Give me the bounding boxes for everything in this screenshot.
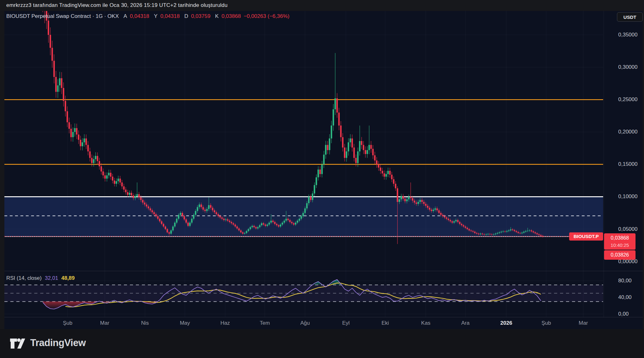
mark-price-badge: 0,03826 — [604, 250, 636, 260]
rsi-tick-label: 0,00 — [618, 311, 629, 317]
symbol-badge-text: BIOUSDT.P — [574, 234, 599, 239]
open-value: 0,04318 — [130, 13, 149, 19]
time-tick-label: Mar — [91, 319, 119, 327]
rsi-value: 32,01 — [45, 275, 58, 281]
close-value: 0,03868 — [221, 13, 241, 19]
time-tick-label: Eki — [371, 319, 399, 327]
time-tick-label: Eyl — [332, 319, 360, 327]
ohlc-legend: BIOUSDT Perpetual Swap Contract · 1G · O… — [6, 13, 289, 19]
high-value: 0,04318 — [160, 13, 180, 19]
low-label: D — [184, 13, 188, 19]
time-tick-label: Kas — [412, 319, 440, 327]
high-label: Y — [154, 13, 158, 19]
time-tick-label: Şub — [532, 319, 560, 327]
last-price-badge: 0,03868 10:40:25 — [604, 233, 636, 250]
rsi-ma-value: 48,89 — [61, 275, 75, 281]
time-tick-label: Ağu — [291, 319, 319, 327]
bar-countdown-text: 10:40:25 — [604, 242, 636, 249]
price-tick-label: 0,05000 — [618, 226, 637, 233]
price-tick-label: 0,30000 — [618, 64, 637, 71]
price-tick-label: 0,20000 — [618, 128, 637, 135]
low-value: 0,03759 — [191, 13, 210, 19]
bottom-strip: TradingView — [0, 329, 644, 358]
change-value: −0,00263 (−6,36%) — [244, 13, 290, 19]
tradingview-logo-icon — [9, 337, 26, 349]
currency-toggle-button[interactable]: USDT — [617, 12, 643, 22]
time-tick-label: Mar — [569, 319, 597, 327]
symbol-title: BIOUSDT Perpetual Swap Contract · 1G · O… — [6, 13, 119, 19]
time-tick-label: Haz — [211, 319, 239, 327]
time-tick-label: May — [171, 319, 199, 327]
symbol-price-label: BIOUSDT.P — [569, 232, 603, 241]
rsi-tick-label: 80,00 — [618, 277, 632, 284]
last-price-text: 0,03868 — [604, 234, 636, 242]
time-tick-label: 2026 — [492, 319, 520, 327]
time-tick-label: Tem — [251, 319, 279, 327]
price-tick-label: 0,10000 — [618, 193, 637, 200]
rsi-legend: RSI (14, close) 32,01 48,89 — [6, 275, 75, 281]
price-tick-label: 0,25000 — [618, 96, 637, 103]
rsi-title: RSI (14, close) — [6, 275, 42, 281]
chart-canvas[interactable] — [0, 0, 644, 358]
tradingview-logo[interactable]: TradingView — [9, 337, 86, 349]
close-label: K — [215, 13, 219, 19]
open-label: A — [124, 13, 127, 19]
mark-price-text: 0,03826 — [604, 250, 636, 260]
rsi-tick-label: 40,00 — [618, 294, 632, 301]
time-tick-label: Nis — [131, 319, 159, 327]
time-tick-label: Şub — [53, 319, 82, 327]
tradingview-logo-text: TradingView — [30, 337, 86, 349]
price-tick-label: 0,35000 — [618, 31, 637, 38]
time-tick-label: Ara — [451, 319, 480, 327]
price-tick-label: 0,15000 — [618, 161, 637, 168]
